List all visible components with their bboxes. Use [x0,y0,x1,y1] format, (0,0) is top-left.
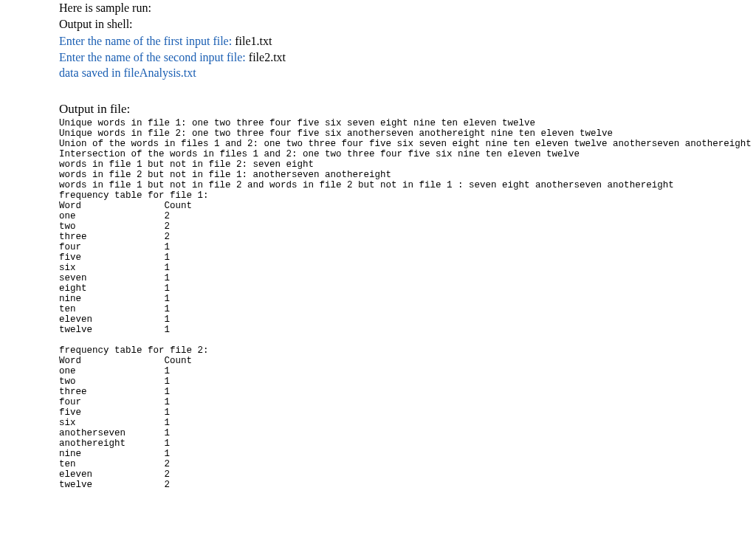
shell-prompt-1: Enter the name of the first input file: … [59,33,756,49]
prompt-1-text: Enter the name of the first input file: [59,35,235,47]
file-output-title: Output in file: [59,102,756,117]
prompt-2-text: Enter the name of the second input file: [59,51,249,63]
file-output-block: Unique words in file 1: one two three fo… [59,118,756,490]
shell-output: Enter the name of the first input file: … [59,33,756,81]
shell-saved-line: data saved in fileAnalysis.txt [59,65,756,81]
prompt-2-value: file2.txt [249,51,286,63]
intro-line-2: Output in shell: [59,16,756,32]
prompt-1-value: file1.txt [235,35,272,47]
shell-prompt-2: Enter the name of the second input file:… [59,49,756,66]
intro-line-1: Here is sample run: [59,0,756,16]
document-page: Here is sample run: Output in shell: Ent… [0,0,756,505]
